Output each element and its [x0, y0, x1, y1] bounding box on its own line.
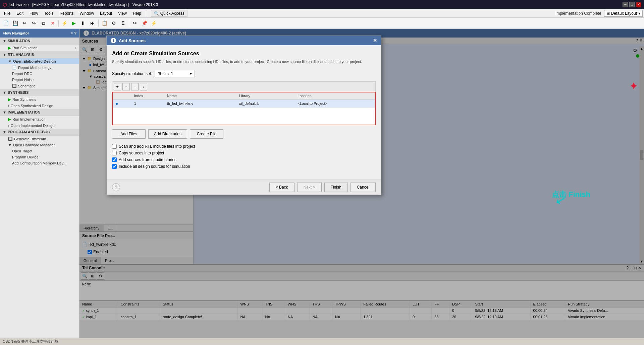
nav-open-synthesized[interactable]: › Open Synthesized Design [0, 103, 79, 109]
nav-open-target[interactable]: Open Target [0, 148, 79, 154]
sim-set-dropdown[interactable]: ⊞ sim_1 ▾ [155, 70, 195, 77]
cb-add-subdirs[interactable] [112, 157, 117, 162]
add-directories-button[interactable]: Add Directories [148, 129, 187, 139]
flash-btn[interactable]: ⚡ [149, 19, 158, 27]
cut-btn[interactable]: ✂ [130, 19, 139, 27]
nav-open-elaborated[interactable]: ▼ Open Elaborated Design [0, 58, 79, 64]
expand-icon-sim: › [75, 46, 76, 50]
nav-report-drc[interactable]: Report DRC [0, 71, 79, 77]
move-down-btn[interactable]: ↓ [140, 83, 147, 90]
cb-scan-rtl[interactable] [112, 144, 117, 149]
menu-sep [146, 10, 146, 16]
next-button[interactable]: Next > [297, 183, 322, 192]
menu-file[interactable]: File [1, 10, 13, 16]
menu-help[interactable]: Help [130, 10, 144, 16]
program-device-label: Program Device [12, 155, 39, 159]
delete-btn[interactable]: ✕ [48, 19, 57, 27]
play-icon-sim: ▶ [8, 46, 11, 50]
menu-layout[interactable]: Layout [97, 10, 115, 16]
dialog-description: Specify simulation specific HDL files, o… [112, 59, 376, 64]
add-sources-dialog: ℹ Add Sources ✕ Add or Create Simulation… [106, 36, 381, 195]
nav-generate-bitstream[interactable]: 🔲 Generate Bitstream [0, 136, 79, 142]
dialog-info-icon: ℹ [111, 38, 116, 43]
nav-section-synthesis[interactable]: ▼ SYNTHESIS [0, 89, 79, 96]
nav-run-synthesis[interactable]: ▶ Run Synthesis [0, 96, 79, 103]
menu-reports[interactable]: Reports [57, 10, 76, 16]
expand-icon-elab: ▼ [8, 59, 12, 63]
nav-open-hardware[interactable]: ▼ Open Hardware Manager [0, 142, 79, 148]
header-right: Implementation Complete ⊞ Default Layout… [555, 10, 643, 17]
col-name: Name [164, 92, 236, 99]
flow-nav-title: Flow Navigator [3, 31, 29, 35]
menu-window[interactable]: Window [77, 10, 97, 16]
add-file-btn[interactable]: + [114, 83, 121, 90]
dialog-overlay: ℹ Add Sources ✕ Add or Create Simulation… [79, 29, 644, 338]
cb-copy-sources[interactable] [112, 151, 117, 155]
run-all-btn[interactable]: ⚡ [60, 19, 69, 27]
settings-btn[interactable]: ⚙ [109, 19, 118, 27]
nav-report-methodology[interactable]: 📄 Report Methodology [0, 64, 79, 71]
minimize-button[interactable]: ─ [623, 2, 628, 7]
finish-button[interactable]: Finish [324, 183, 348, 192]
bitstream-icon: 🔲 [8, 137, 13, 141]
add-files-button[interactable]: Add Files [112, 129, 146, 139]
nav-section-simulation[interactable]: ▼ SIMULATION [0, 38, 79, 45]
menu-view[interactable]: View [115, 10, 129, 16]
flow-nav-help-icon[interactable]: ? [74, 31, 76, 35]
create-file-button[interactable]: Create File [190, 129, 223, 139]
quick-access[interactable]: 🔍 Quick Access [151, 10, 187, 17]
play-btn[interactable]: ▶ [69, 19, 78, 27]
menu-flow[interactable]: Flow [27, 10, 41, 16]
quick-access-label: Quick Access [160, 11, 184, 16]
nav-report-noise[interactable]: Report Noise [0, 77, 79, 83]
sigma-btn[interactable]: Σ [119, 19, 127, 27]
menu-tools[interactable]: Tools [41, 10, 56, 16]
undo-btn[interactable]: ↩ [20, 19, 29, 27]
cb-include-all[interactable] [112, 164, 117, 169]
col-dot [113, 92, 131, 99]
xilinx-logo: ✦ [630, 81, 637, 91]
copy-btn[interactable]: ⧉ [39, 19, 48, 27]
dialog-title-bar: ℹ Add Sources ✕ [107, 36, 381, 45]
impl-complete-label: Implementation Complete [555, 11, 601, 16]
save-btn[interactable]: 💾 [11, 19, 19, 27]
nav-section-program[interactable]: ▼ PROGRAM AND DEBUG [0, 129, 79, 136]
table-row[interactable]: ● 1 tb_led_twinkle.v xil_defaultlib <Loc… [113, 99, 375, 108]
remove-file-btn[interactable]: − [122, 83, 130, 90]
sim-set-value: sim_1 [162, 71, 173, 76]
redo-btn[interactable]: ↪ [30, 19, 38, 27]
menu-edit[interactable]: Edit [14, 10, 26, 16]
nav-schematic[interactable]: 🔲 Schematic [0, 83, 79, 89]
nav-add-config-mem[interactable]: Add Configuration Memory Dev... [0, 160, 79, 166]
dialog-help-button[interactable]: ? [112, 183, 120, 191]
action-buttons: Add Files Add Directories Create File [112, 129, 376, 139]
rtl-label: RTL ANALYSIS [8, 53, 34, 57]
dialog-close-button[interactable]: ✕ [373, 38, 377, 43]
back-button[interactable]: < Back [269, 183, 294, 192]
cancel-button[interactable]: Cancel [351, 183, 376, 192]
close-button[interactable]: ✕ [636, 2, 641, 7]
cb-add-subdirs-label: Add sources from subdirectories [119, 157, 176, 162]
layout-dropdown[interactable]: ⊞ Default Layout ▾ [604, 10, 643, 17]
checkbox-row-1: Scan and add RTL include files into proj… [112, 144, 376, 149]
nav-program-device[interactable]: Program Device [0, 154, 79, 160]
paste-btn[interactable]: 📌 [140, 19, 149, 27]
expand-icon-impl: › [8, 124, 9, 128]
nav-run-implementation[interactable]: ▶ Run Implementation [0, 116, 79, 123]
step-btn[interactable]: ⏭ [88, 19, 97, 27]
col-location: Location [295, 92, 375, 99]
nav-run-simulation[interactable]: ▶ Run Simulation › [0, 45, 79, 51]
copy2-btn[interactable]: 📋 [100, 19, 109, 27]
toolbar: 📄 💾 ↩ ↪ ⧉ ✕ ⚡ ▶ ⏸ ⏭ 📋 ⚙ Σ ✂ 📌 ⚡ [0, 18, 644, 29]
new-btn[interactable]: 📄 [1, 19, 10, 27]
nav-section-rtl[interactable]: ▼ RTL ANALYSIS [0, 51, 79, 58]
move-up-btn[interactable]: ↑ [131, 83, 139, 90]
pause-btn[interactable]: ⏸ [79, 19, 88, 27]
flow-nav-collapse-icon[interactable]: ≡ [71, 31, 73, 35]
menu-bar: File Edit Flow Tools Reports Window Layo… [0, 9, 644, 17]
row-dot: ● [113, 99, 131, 108]
nav-open-implemented[interactable]: › Open Implemented Design [0, 123, 79, 129]
dialog-body: Add or Create Simulation Sources Specify… [107, 45, 381, 179]
maximize-button[interactable]: □ [629, 2, 635, 7]
nav-section-implementation[interactable]: ▼ IMPLEMENTATION [0, 109, 79, 116]
